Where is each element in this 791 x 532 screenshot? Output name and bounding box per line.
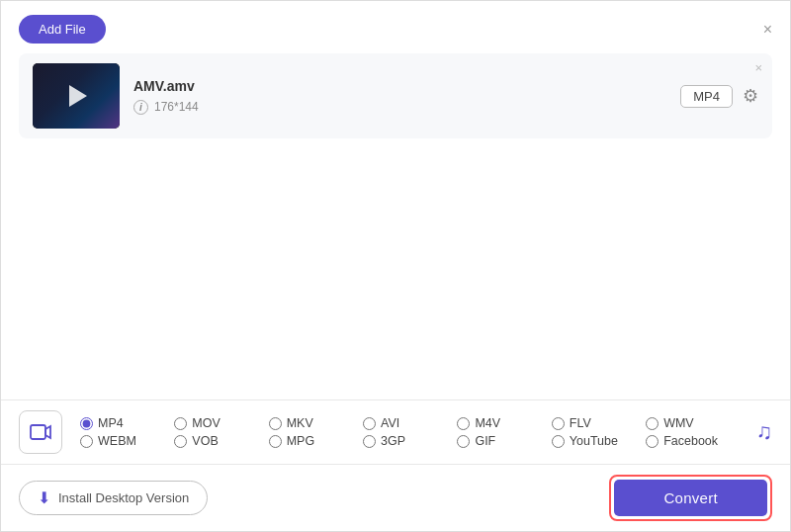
format-label-m4v: M4V (475, 416, 500, 430)
format-badge[interactable]: MP4 (680, 85, 733, 108)
format-radio-mpg[interactable] (269, 435, 282, 448)
file-thumbnail (33, 63, 120, 129)
video-icon-svg (29, 420, 52, 444)
format-option-mkv[interactable]: MKV (269, 416, 363, 430)
item-close-button[interactable]: × (754, 61, 762, 74)
format-radio-facebook[interactable] (646, 435, 659, 448)
format-option-wmv[interactable]: WMV (646, 416, 740, 430)
format-radio-m4v[interactable] (457, 417, 470, 430)
format-option-webm[interactable]: WEBM (80, 434, 174, 448)
format-radio-mkv[interactable] (269, 417, 282, 430)
format-panel: MP4 MOV MKV AVI M4V FLV (1, 400, 790, 465)
file-name: AMV.amv (133, 78, 666, 94)
format-label-facebook: Facebook (663, 434, 718, 448)
format-label-mp4: MP4 (98, 416, 124, 430)
format-option-3gp[interactable]: 3GP (363, 434, 457, 448)
format-radio-mov[interactable] (174, 417, 187, 430)
format-option-vob[interactable]: VOB (174, 434, 268, 448)
format-label-3gp: 3GP (381, 434, 405, 448)
format-label-flv: FLV (570, 416, 591, 430)
format-label-mkv: MKV (287, 416, 313, 430)
format-radio-vob[interactable] (174, 435, 187, 448)
empty-area (1, 138, 790, 336)
format-option-m4v[interactable]: M4V (457, 416, 551, 430)
file-item: AMV.amv i 176*144 MP4 ⚙ × (19, 53, 772, 138)
format-option-gif[interactable]: GIF (457, 434, 551, 448)
format-label-vob: VOB (192, 434, 218, 448)
format-option-mp4[interactable]: MP4 (80, 416, 174, 430)
file-dimensions: 176*144 (154, 100, 199, 114)
download-icon: ⬇ (38, 488, 50, 507)
file-actions: MP4 ⚙ (680, 85, 758, 108)
file-info: AMV.amv i 176*144 (120, 78, 680, 115)
format-option-mov[interactable]: MOV (174, 416, 268, 430)
format-label-mpg: MPG (287, 434, 314, 448)
install-button-label: Install Desktop Version (58, 490, 189, 505)
format-radio-gif[interactable] (457, 435, 470, 448)
format-label-webm: WEBM (98, 434, 136, 448)
format-radio-3gp[interactable] (363, 435, 376, 448)
add-file-button[interactable]: Add File (19, 15, 106, 44)
format-option-flv[interactable]: FLV (552, 416, 646, 430)
format-label-avi: AVI (381, 416, 399, 430)
file-meta: i 176*144 (133, 100, 666, 115)
settings-button[interactable]: ⚙ (743, 85, 758, 107)
format-option-facebook[interactable]: Facebook (646, 434, 740, 448)
convert-button-wrapper: Convert (609, 475, 772, 521)
top-bar: Add File × (1, 1, 790, 53)
format-label-wmv: WMV (663, 416, 694, 430)
format-radio-webm[interactable] (80, 435, 93, 448)
format-label-gif: GIF (475, 434, 495, 448)
format-option-youtube[interactable]: YouTube (552, 434, 646, 448)
svg-rect-0 (31, 425, 45, 439)
format-option-mpg[interactable]: MPG (269, 434, 363, 448)
file-list-area: AMV.amv i 176*144 MP4 ⚙ × (1, 53, 790, 138)
bottom-panel: MP4 MOV MKV AVI M4V FLV (1, 399, 790, 531)
install-desktop-button[interactable]: ⬇ Install Desktop Version (19, 481, 208, 515)
format-radio-wmv[interactable] (646, 417, 659, 430)
play-icon (69, 85, 87, 107)
music-format-switcher[interactable]: ♫ (756, 419, 773, 445)
music-note-icon: ♫ (756, 419, 773, 445)
video-format-icon[interactable] (19, 410, 62, 454)
window-close-button[interactable]: × (763, 22, 772, 38)
convert-button[interactable]: Convert (614, 480, 767, 516)
format-radio-flv[interactable] (552, 417, 565, 430)
format-option-avi[interactable]: AVI (363, 416, 457, 430)
format-grid: MP4 MOV MKV AVI M4V FLV (80, 416, 741, 448)
format-label-youtube: YouTube (570, 434, 618, 448)
format-radio-avi[interactable] (363, 417, 376, 430)
format-radio-mp4[interactable] (80, 417, 93, 430)
format-radio-youtube[interactable] (552, 435, 565, 448)
action-bar: ⬇ Install Desktop Version Convert (1, 465, 790, 531)
format-label-mov: MOV (192, 416, 220, 430)
info-icon: i (133, 100, 148, 115)
